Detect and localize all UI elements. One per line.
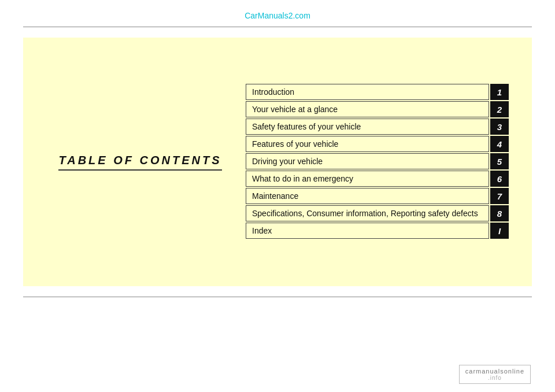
toc-title: TABLE OF CONTENTS: [58, 154, 221, 171]
toc-item-number: 5: [490, 153, 509, 169]
toc-item-label: Specifications, Consumer information, Re…: [246, 205, 489, 221]
toc-row[interactable]: Specifications, Consumer information, Re…: [246, 205, 509, 221]
toc-item-number: I: [490, 223, 509, 239]
site-url[interactable]: CarManuals2.com: [245, 11, 310, 20]
top-divider: [23, 27, 532, 27]
site-header: CarManuals2.com: [0, 0, 555, 27]
toc-item-label: Index: [246, 223, 489, 239]
right-section: Introduction1Your vehicle at a glance2Sa…: [246, 84, 509, 240]
toc-row[interactable]: IndexI: [246, 223, 509, 239]
watermark-line2: .info: [488, 375, 502, 381]
toc-row[interactable]: Driving your vehicle5: [246, 153, 509, 169]
toc-item-label: What to do in an emergency: [246, 171, 489, 187]
watermark: carmanualsonline .info: [459, 365, 531, 384]
toc-item-number: 8: [490, 205, 509, 221]
toc-item-number: 1: [490, 84, 509, 100]
toc-item-label: Features of your vehicle: [246, 136, 489, 152]
toc-item-label: Introduction: [246, 84, 489, 100]
toc-row[interactable]: Introduction1: [246, 84, 509, 100]
toc-item-label: Maintenance: [246, 188, 489, 204]
toc-item-number: 2: [490, 101, 509, 117]
toc-row[interactable]: Features of your vehicle4: [246, 136, 509, 152]
left-section: TABLE OF CONTENTS: [46, 154, 246, 171]
main-content: TABLE OF CONTENTS Introduction1Your vehi…: [23, 38, 532, 286]
toc-item-number: 4: [490, 136, 509, 152]
watermark-line1: carmanualsonline: [465, 368, 524, 375]
toc-item-label: Driving your vehicle: [246, 153, 489, 169]
toc-item-number: 6: [490, 171, 509, 187]
toc-row[interactable]: What to do in an emergency6: [246, 171, 509, 187]
toc-item-label: Your vehicle at a glance: [246, 101, 489, 117]
toc-item-number: 7: [490, 188, 509, 204]
toc-item-number: 3: [490, 119, 509, 135]
toc-row[interactable]: Maintenance7: [246, 188, 509, 204]
toc-row[interactable]: Your vehicle at a glance2: [246, 101, 509, 117]
toc-item-label: Safety features of your vehicle: [246, 119, 489, 135]
toc-row[interactable]: Safety features of your vehicle3: [246, 119, 509, 135]
bottom-divider: [23, 297, 532, 297]
